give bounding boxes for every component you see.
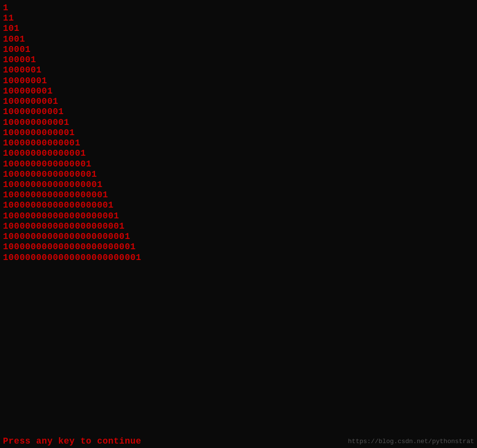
- terminal-line: 1000000001: [3, 96, 474, 107]
- terminal-line: 10000000000001: [3, 138, 474, 148]
- terminal-line: 10000001: [3, 76, 474, 86]
- terminal-line: 10000000001: [3, 107, 474, 117]
- terminal-line: 100000000000001: [3, 148, 474, 159]
- terminal-line: 11: [3, 13, 474, 24]
- terminal-line: 101: [3, 24, 474, 34]
- terminal-line: 100000000000000000001: [3, 211, 474, 221]
- press-bar: Press any key to continue https://blog.c…: [0, 434, 477, 448]
- terminal-line: 1000000000000000000000001: [3, 253, 474, 263]
- terminal-line: 100000000000000000000001: [3, 242, 474, 252]
- terminal-line: 100000001: [3, 86, 474, 96]
- terminal-line: 1000001: [3, 65, 474, 75]
- terminal-line: 1: [3, 3, 474, 13]
- terminal-line: 1000000000001: [3, 128, 474, 138]
- terminal-line: 1000000000000000000001: [3, 221, 474, 232]
- terminal-line: 1000000000000000001: [3, 190, 474, 200]
- terminal-line: 10001: [3, 45, 474, 55]
- terminal-line: 100000000000000001: [3, 180, 474, 190]
- terminal-line: 100000000001: [3, 118, 474, 128]
- terminal-line: 100001: [3, 55, 474, 65]
- terminal-line: 1000000000000001: [3, 159, 474, 169]
- terminal-line: 10000000000000001: [3, 169, 474, 180]
- terminal-output: 1111011001100011000011000001100000011000…: [0, 0, 477, 265]
- press-any-key-text: Press any key to continue: [3, 436, 142, 446]
- url-label: https://blog.csdn.net/pythonstrat: [348, 438, 474, 445]
- terminal-line: 10000000000000000001: [3, 200, 474, 211]
- terminal-line: 10000000000000000000001: [3, 232, 474, 242]
- terminal-line: 1001: [3, 34, 474, 45]
